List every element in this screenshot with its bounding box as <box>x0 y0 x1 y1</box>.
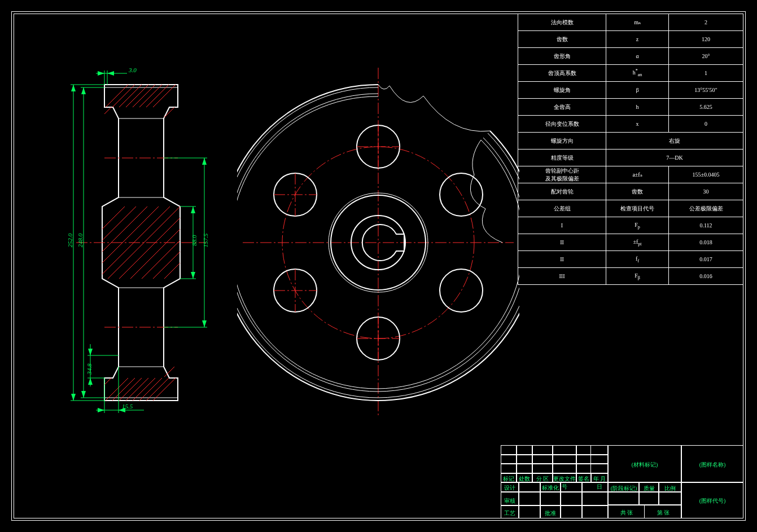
tol-val: 0.112 <box>669 217 743 234</box>
tol-val: 0.018 <box>669 234 743 251</box>
param-val: 1 <box>669 65 743 82</box>
param-val: 0 <box>669 116 743 133</box>
svg-line-23 <box>146 378 169 401</box>
param-sym: 齿数 <box>606 183 669 200</box>
tol-grp: II <box>518 251 606 268</box>
param-sym: a±fₐ <box>606 166 669 183</box>
param-val: 5.625 <box>669 99 743 116</box>
svg-marker-54 <box>191 272 195 279</box>
svg-point-83 <box>440 269 483 312</box>
svg-line-37 <box>164 107 174 117</box>
param-sym: β <box>606 82 669 99</box>
param-name: 齿数 <box>518 31 606 48</box>
stage-label: (阶段标记) <box>610 485 638 493</box>
param-val: 30 <box>669 183 743 200</box>
param-sym: h <box>606 99 669 116</box>
svg-line-25 <box>102 206 125 229</box>
svg-line-18 <box>112 378 135 401</box>
tol-val: 0.016 <box>669 268 743 285</box>
svg-line-33 <box>142 240 180 279</box>
svg-marker-48 <box>81 87 86 94</box>
dim-value: 34.8 <box>86 363 93 374</box>
title-block: 标记 处数 分 区 更改文件号 签名 年 月 日 设计 审核 工艺 标准化 批准… <box>501 445 743 518</box>
svg-line-10 <box>112 85 135 107</box>
svg-line-16 <box>153 85 176 107</box>
svg-marker-64 <box>107 71 114 76</box>
scale-label: 比例 <box>660 485 680 493</box>
material-label: (材料标记) <box>611 461 679 469</box>
svg-line-14 <box>139 85 162 107</box>
svg-line-9 <box>106 85 128 107</box>
tol-sym: ±fpt <box>606 234 669 251</box>
sheet-label: 共 张 <box>610 509 644 517</box>
svg-line-15 <box>146 85 169 107</box>
sig-label: 标准化 <box>541 484 559 492</box>
param-name: 螺旋角 <box>518 82 606 99</box>
tol-hdr: 公差组 <box>518 200 606 217</box>
sig-label: 批准 <box>541 509 559 517</box>
svg-line-34 <box>153 252 180 279</box>
tol-grp: I <box>518 217 606 234</box>
param-name: 法向模数 <box>518 14 606 31</box>
tol-hdr: 检查项目代号 <box>606 200 669 217</box>
tol-sym: Fp <box>606 217 669 234</box>
param-sym: α <box>606 48 669 65</box>
rev-hdr: 分 区 <box>533 475 552 483</box>
param-name: 齿轮副中心距及其极限偏差 <box>518 166 606 183</box>
svg-line-32 <box>130 229 180 279</box>
param-sym: x <box>606 116 669 133</box>
dim-value: 15.5 <box>122 403 133 410</box>
param-name: 配对齿轮 <box>518 183 606 200</box>
param-name: 齿形角 <box>518 48 606 65</box>
tol-grp: II <box>518 234 606 251</box>
gear-parameter-table: 法向模数mₙ2 齿数z120 齿形角α20° 齿顶高系数h*an1 螺旋角β13… <box>518 14 743 285</box>
rev-hdr: 处数 <box>518 475 531 483</box>
rev-hdr: 签名 <box>577 475 590 483</box>
param-sym: h*an <box>606 65 669 82</box>
tol-val: 0.017 <box>669 251 743 268</box>
dim-value: 252.0 <box>67 234 73 248</box>
svg-marker-73 <box>88 349 93 355</box>
param-name: 径向变位系数 <box>518 116 606 133</box>
svg-line-11 <box>119 85 142 107</box>
svg-marker-68 <box>98 408 104 412</box>
param-val: 155±0.0405 <box>669 166 743 183</box>
svg-line-17 <box>106 378 128 401</box>
param-name: 螺旋方向 <box>518 133 606 150</box>
mass-label: 质量 <box>640 485 658 493</box>
param-val: 120 <box>669 31 743 48</box>
sig-label: 审核 <box>502 497 518 505</box>
svg-line-38 <box>104 378 111 385</box>
svg-line-26 <box>102 206 136 240</box>
sig-label: 设计 <box>502 484 518 492</box>
param-name: 精度等级 <box>518 150 606 166</box>
dim-value: 3.0 <box>129 67 137 73</box>
rev-hdr: 年 月 日 <box>591 475 608 491</box>
dim-value: 88.0 <box>191 235 198 245</box>
drawing-name-label: (图样名称) <box>684 461 741 469</box>
param-name: 全齿高 <box>518 99 606 116</box>
svg-line-21 <box>133 378 155 401</box>
svg-line-28 <box>102 206 159 263</box>
param-val: 13°55′50″ <box>669 82 743 99</box>
svg-line-27 <box>102 206 147 252</box>
tol-sym: ff <box>606 251 669 268</box>
svg-marker-44 <box>71 394 76 401</box>
param-val: 20° <box>669 48 743 65</box>
svg-marker-49 <box>81 391 86 398</box>
dim-value: 157.5 <box>202 234 209 248</box>
svg-line-12 <box>126 85 148 107</box>
svg-marker-58 <box>202 158 207 165</box>
svg-line-13 <box>133 85 155 107</box>
param-sym: mₙ <box>606 14 669 31</box>
tol-grp: III <box>518 268 606 285</box>
svg-line-36 <box>104 107 111 114</box>
drawing-code-label: (图样代号) <box>684 497 741 505</box>
rev-hdr: 标记 <box>502 475 515 483</box>
svg-line-22 <box>139 378 162 401</box>
tol-sym: Fβ <box>606 268 669 285</box>
svg-marker-43 <box>71 85 76 91</box>
svg-line-24 <box>153 378 176 401</box>
param-name: 齿顶高系数 <box>518 65 606 82</box>
sig-label: 工艺 <box>502 509 518 517</box>
